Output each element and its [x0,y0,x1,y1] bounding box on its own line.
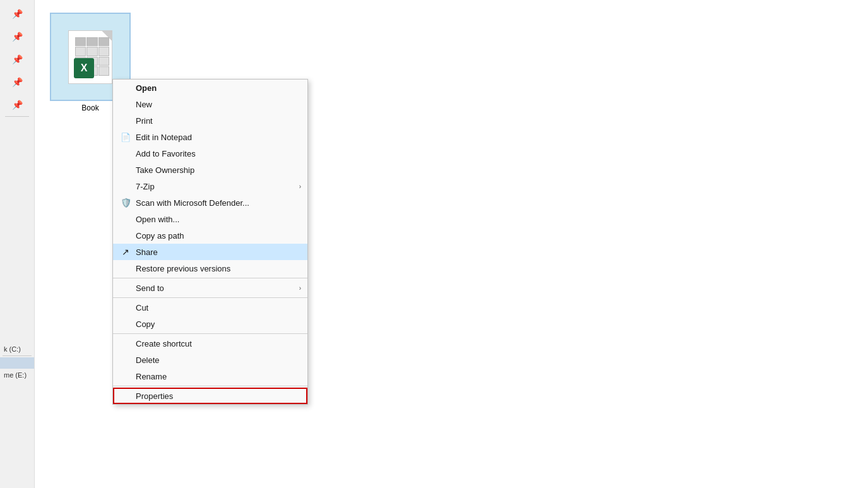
context-menu: Open New Print 📄 Edit in Notepad Add to … [112,79,308,405]
menu-item-open[interactable]: Open [113,80,307,96]
menu-item-delete[interactable]: Delete [113,352,307,368]
pin-icon-1: 📌 [0,5,34,23]
menu-item-copy-path-label: Copy as path [136,231,184,241]
pin-icon-4: 📌 [0,73,34,91]
menu-item-add-favorites[interactable]: Add to Favorites [113,145,307,162]
excel-document-icon: X [68,30,112,84]
menu-item-cut-label: Cut [136,303,148,312]
separator-2 [113,297,307,298]
menu-item-print[interactable]: Print [113,112,307,129]
submenu-arrow-7zip: › [299,183,301,190]
menu-item-edit-notepad[interactable]: 📄 Edit in Notepad [113,129,307,145]
notepad-icon: 📄 [119,131,132,143]
menu-item-defender[interactable]: 🛡️ Scan with Microsoft Defender... [113,194,307,211]
menu-item-create-shortcut-label: Create shortcut [136,339,192,348]
menu-item-properties-label: Properties [136,391,173,401]
separator-1 [113,278,307,278]
menu-item-edit-notepad-label: Edit in Notepad [136,133,192,142]
menu-item-share[interactable]: ↗ Share [113,244,307,260]
menu-item-send-to[interactable]: Send to › [113,280,307,296]
menu-item-rename[interactable]: Rename [113,368,307,384]
submenu-arrow-send-to: › [299,285,301,292]
share-icon: ↗ [119,246,132,258]
menu-item-open-label: Open [136,83,157,93]
menu-item-take-ownership-label: Take Ownership [136,165,194,175]
menu-item-7zip[interactable]: 7-Zip › [113,178,307,194]
sidebar: 📌 📌 📌 📌 📌 k (C:) me (E:) [0,0,35,488]
drive-c-label: k (C:) [0,344,34,354]
pin-icon-3: 📌 [0,51,34,68]
menu-item-properties[interactable]: Properties [113,388,307,404]
separator-3 [113,333,307,334]
pin-icon-2: 📌 [0,28,34,45]
menu-item-copy-path[interactable]: Copy as path [113,227,307,244]
sidebar-divider [5,116,29,117]
menu-item-take-ownership[interactable]: Take Ownership [113,162,307,178]
menu-item-cut[interactable]: Cut [113,299,307,316]
menu-item-share-label: Share [136,247,158,257]
menu-item-new[interactable]: New [113,96,307,112]
excel-x-badge: X [74,58,94,78]
desktop: 📌 📌 📌 📌 📌 k (C:) me (E:) [0,0,868,488]
menu-item-create-shortcut[interactable]: Create shortcut [113,335,307,352]
menu-item-rename-label: Rename [136,372,167,381]
menu-item-copy-label: Copy [136,319,155,329]
menu-item-copy[interactable]: Copy [113,316,307,332]
menu-item-delete-label: Delete [136,355,160,365]
drive-e-label: me (E:) [0,370,34,380]
menu-item-new-label: New [136,100,152,109]
menu-item-print-label: Print [136,116,153,126]
menu-item-add-favorites-label: Add to Favorites [136,149,196,158]
defender-icon: 🛡️ [119,196,132,209]
menu-item-restore[interactable]: Restore previous versions [113,260,307,277]
menu-item-7zip-label: 7-Zip [136,182,155,191]
separator-4 [113,386,307,386]
menu-item-restore-label: Restore previous versions [136,264,230,273]
pin-icon-5: 📌 [0,96,34,114]
menu-item-defender-label: Scan with Microsoft Defender... [136,198,249,208]
menu-item-open-with[interactable]: Open with... [113,211,307,227]
menu-item-open-with-label: Open with... [136,215,179,224]
menu-item-send-to-label: Send to [136,283,164,293]
